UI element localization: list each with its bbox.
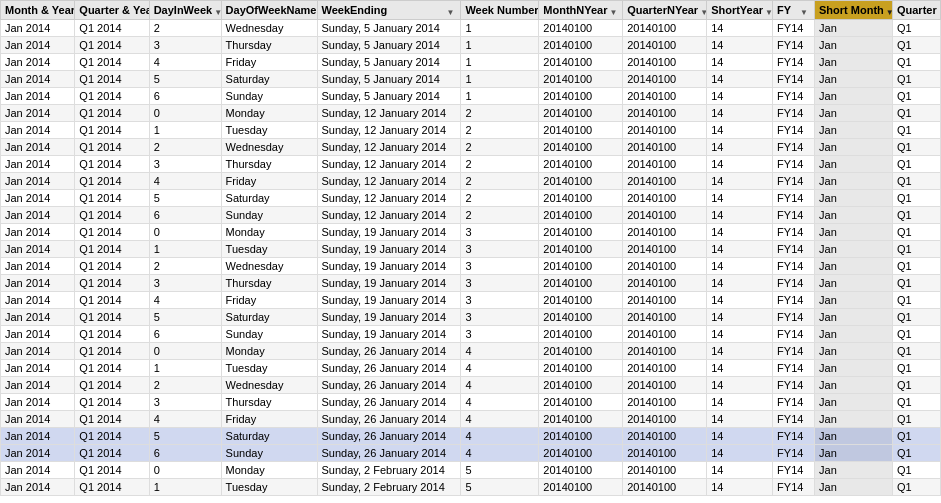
cell-monthyear: 20140100	[539, 462, 623, 479]
cell-quarteryear: 20140100	[623, 207, 707, 224]
cell-fy: FY14	[773, 156, 815, 173]
column-header-monthyear[interactable]: MonthNYear	[539, 1, 623, 20]
cell-quarter: Q1 2014	[75, 122, 149, 139]
cell-quarterx: Q1	[892, 224, 940, 241]
cell-quarteryear: 20140100	[623, 224, 707, 241]
cell-monthyear: 20140100	[539, 224, 623, 241]
cell-dayofweekname: Sunday	[221, 445, 317, 462]
cell-weeknumber: 3	[461, 326, 539, 343]
cell-shortyear: 14	[707, 326, 773, 343]
table-row[interactable]: Jan 2014Q1 20146SundaySunday, 19 January…	[1, 326, 941, 343]
cell-dayofweekname: Wednesday	[221, 139, 317, 156]
cell-dayofweekname: Friday	[221, 411, 317, 428]
table-row[interactable]: Jan 2014Q1 20144FridaySunday, 19 January…	[1, 292, 941, 309]
cell-dayofweekname: Saturday	[221, 190, 317, 207]
table-row[interactable]: Jan 2014Q1 20142WednesdaySunday, 19 Janu…	[1, 258, 941, 275]
filter-icon-dayinweek[interactable]	[214, 5, 221, 15]
cell-quarteryear: 20140100	[623, 343, 707, 360]
filter-icon-shortmonth[interactable]	[886, 5, 893, 15]
table-row[interactable]: Jan 2014Q1 20140MondaySunday, 19 January…	[1, 224, 941, 241]
filter-icon-weekending[interactable]	[446, 5, 456, 15]
cell-monthyear: 20140100	[539, 445, 623, 462]
cell-fy: FY14	[773, 258, 815, 275]
cell-fy: FY14	[773, 54, 815, 71]
cell-month: Jan 2014	[1, 275, 75, 292]
column-header-shortyear[interactable]: ShortYear	[707, 1, 773, 20]
cell-quarteryear: 20140100	[623, 479, 707, 496]
cell-fy: FY14	[773, 20, 815, 37]
cell-dayofweekname: Sunday	[221, 207, 317, 224]
table-row[interactable]: Jan 2014Q1 20143ThursdaySunday, 26 Janua…	[1, 394, 941, 411]
cell-fy: FY14	[773, 309, 815, 326]
cell-shortmonth: Jan	[815, 71, 893, 88]
cell-quarter: Q1 2014	[75, 71, 149, 88]
table-row[interactable]: Jan 2014Q1 20142WednesdaySunday, 5 Janua…	[1, 20, 941, 37]
column-label-shortyear: ShortYear	[711, 4, 763, 16]
cell-dayofweekname: Wednesday	[221, 377, 317, 394]
cell-dayinweek: 6	[149, 326, 221, 343]
cell-weekending: Sunday, 5 January 2014	[317, 71, 461, 88]
column-header-dayofweekname[interactable]: DayOfWeekName	[221, 1, 317, 20]
column-header-quarter[interactable]: Quarter & Year	[75, 1, 149, 20]
table-row[interactable]: Jan 2014Q1 20143ThursdaySunday, 19 Janua…	[1, 275, 941, 292]
table-row[interactable]: Jan 2014Q1 20141TuesdaySunday, 26 Januar…	[1, 360, 941, 377]
cell-monthyear: 20140100	[539, 309, 623, 326]
cell-month: Jan 2014	[1, 224, 75, 241]
cell-weeknumber: 1	[461, 20, 539, 37]
table-row[interactable]: Jan 2014Q1 20145SaturdaySunday, 19 Janua…	[1, 309, 941, 326]
filter-icon-quarterx[interactable]	[939, 5, 941, 15]
cell-quarterx: Q1	[892, 377, 940, 394]
table-row[interactable]: Jan 2014Q1 20144FridaySunday, 12 January…	[1, 173, 941, 190]
cell-dayofweekname: Sunday	[221, 88, 317, 105]
column-header-shortmonth[interactable]: Short Month	[815, 1, 893, 20]
column-header-month[interactable]: Month & Year	[1, 1, 75, 20]
cell-quarter: Q1 2014	[75, 343, 149, 360]
cell-weekending: Sunday, 26 January 2014	[317, 411, 461, 428]
table-row[interactable]: Jan 2014Q1 20143ThursdaySunday, 12 Janua…	[1, 156, 941, 173]
table-row[interactable]: Jan 2014Q1 20145SaturdaySunday, 26 Janua…	[1, 428, 941, 445]
table-row[interactable]: Jan 2014Q1 20142WednesdaySunday, 12 Janu…	[1, 139, 941, 156]
column-header-weeknumber[interactable]: Week Number	[461, 1, 539, 20]
cell-quarterx: Q1	[892, 445, 940, 462]
cell-dayinweek: 5	[149, 428, 221, 445]
cell-fy: FY14	[773, 343, 815, 360]
cell-dayinweek: 1	[149, 122, 221, 139]
table-row[interactable]: Jan 2014Q1 20141TuesdaySunday, 2 Februar…	[1, 479, 941, 496]
column-label-quarterx: Quarter	[897, 4, 937, 16]
table-row[interactable]: Jan 2014Q1 20146SundaySunday, 12 January…	[1, 207, 941, 224]
cell-dayinweek: 1	[149, 360, 221, 377]
table-row[interactable]: Jan 2014Q1 20144FridaySunday, 5 January …	[1, 54, 941, 71]
cell-quarteryear: 20140100	[623, 445, 707, 462]
table-row[interactable]: Jan 2014Q1 20141TuesdaySunday, 19 Januar…	[1, 241, 941, 258]
table-row[interactable]: Jan 2014Q1 20143ThursdaySunday, 5 Januar…	[1, 37, 941, 54]
table-row[interactable]: Jan 2014Q1 20140MondaySunday, 26 January…	[1, 343, 941, 360]
cell-shortmonth: Jan	[815, 394, 893, 411]
cell-dayinweek: 0	[149, 224, 221, 241]
cell-weeknumber: 4	[461, 428, 539, 445]
cell-shortmonth: Jan	[815, 173, 893, 190]
table-row[interactable]: Jan 2014Q1 20145SaturdaySunday, 12 Janua…	[1, 190, 941, 207]
table-row[interactable]: Jan 2014Q1 20140MondaySunday, 2 February…	[1, 462, 941, 479]
table-row[interactable]: Jan 2014Q1 20146SundaySunday, 26 January…	[1, 445, 941, 462]
cell-quarteryear: 20140100	[623, 360, 707, 377]
cell-shortmonth: Jan	[815, 224, 893, 241]
filter-icon-shortyear[interactable]	[765, 5, 772, 15]
cell-dayofweekname: Monday	[221, 343, 317, 360]
table-row[interactable]: Jan 2014Q1 20145SaturdaySunday, 5 Januar…	[1, 71, 941, 88]
cell-month: Jan 2014	[1, 105, 75, 122]
filter-icon-monthyear[interactable]	[609, 5, 619, 15]
table-row[interactable]: Jan 2014Q1 20146SundaySunday, 5 January …	[1, 88, 941, 105]
table-row[interactable]: Jan 2014Q1 20142WednesdaySunday, 26 Janu…	[1, 377, 941, 394]
table-row[interactable]: Jan 2014Q1 20144FridaySunday, 26 January…	[1, 411, 941, 428]
cell-dayofweekname: Sunday	[221, 326, 317, 343]
column-header-weekending[interactable]: WeekEnding	[317, 1, 461, 20]
column-header-dayinweek[interactable]: DayInWeek	[149, 1, 221, 20]
table-row[interactable]: Jan 2014Q1 20140MondaySunday, 12 January…	[1, 105, 941, 122]
cell-dayinweek: 2	[149, 377, 221, 394]
filter-icon-fy[interactable]	[800, 5, 810, 15]
column-header-fy[interactable]: FY	[773, 1, 815, 20]
column-header-quarterx[interactable]: Quarter	[892, 1, 940, 20]
column-header-quarteryear[interactable]: QuarterNYear	[623, 1, 707, 20]
table-row[interactable]: Jan 2014Q1 20141TuesdaySunday, 12 Januar…	[1, 122, 941, 139]
cell-weekending: Sunday, 2 February 2014	[317, 462, 461, 479]
